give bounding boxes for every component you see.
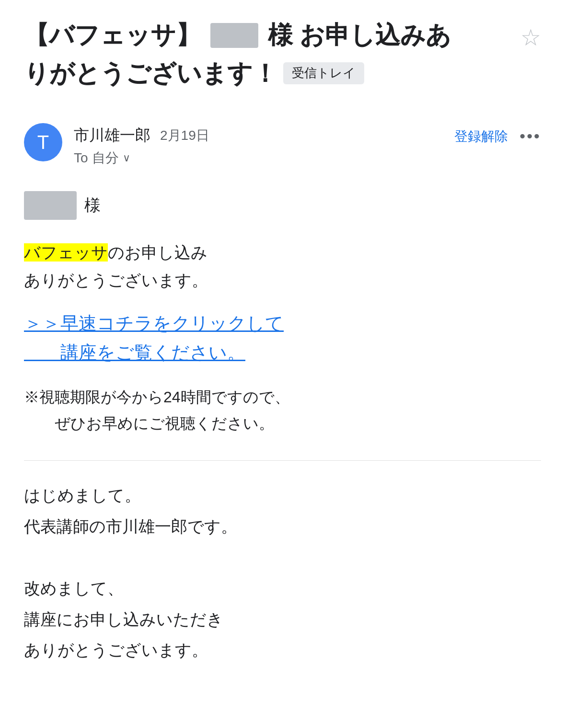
cta-line1: ＞＞早速コチラをクリックして — [24, 313, 284, 333]
subject-text-part3: りがとうございます！ — [24, 57, 277, 90]
avatar: T — [24, 123, 62, 161]
subject-block: 【バフェッサ】様 お申し込みあ りがとうございます！ 受信トレイ — [24, 19, 520, 90]
body-para1-line2: ありがとうございます。 — [24, 271, 208, 289]
recipient-name-redacted — [24, 191, 77, 220]
cta-link[interactable]: ＞＞早速コチラをクリックして 講座をご覧ください。 — [24, 309, 541, 367]
notice-content: ※視聴期限が今から24時間ですので、 ぜひお早めにご視聴ください。 — [24, 388, 290, 432]
inbox-badge[interactable]: 受信トレイ — [283, 62, 364, 84]
more-options-icon[interactable]: ••• — [519, 127, 541, 146]
highlighted-text: バフェッサ — [24, 243, 108, 262]
notice-text: ※視聴期限が今から24時間ですので、 ぜひお早めにご視聴ください。 — [24, 384, 541, 436]
recipient-block: 様 — [24, 191, 541, 220]
subject-text-part2: 様 お申し込みあ — [268, 19, 451, 52]
sender-left: T 市川雄一郎 2月19日 To 自分 ∨ — [24, 123, 209, 167]
to-label: To — [74, 150, 88, 166]
sender-name-date: 市川雄一郎 2月19日 — [74, 125, 209, 146]
intro-section: はじめまして。 代表講師の市川雄一郎です。 改めまして、 講座にお申し込みいただ… — [24, 480, 541, 666]
to-line: To 自分 ∨ — [74, 149, 209, 167]
recipient-sama: 様 — [84, 194, 101, 216]
intro-line2: 代表講師の市川雄一郎です。 — [24, 517, 237, 535]
body-para1: バフェッサのお申し込み ありがとうございます。 — [24, 239, 541, 295]
divider — [24, 460, 541, 461]
intro-line6: ありがとうございます。 — [24, 641, 208, 659]
star-icon[interactable]: ☆ — [520, 19, 541, 51]
body-para1-rest: のお申し込み — [108, 243, 208, 262]
to-recipient: 自分 — [92, 149, 119, 167]
sender-date: 2月19日 — [160, 126, 209, 145]
sender-info: 市川雄一郎 2月19日 To 自分 ∨ — [74, 123, 209, 167]
subject-title: 【バフェッサ】様 お申し込みあ りがとうございます！ 受信トレイ — [24, 19, 506, 90]
sender-row: T 市川雄一郎 2月19日 To 自分 ∨ 登録解除 ••• — [24, 114, 541, 167]
intro-line5: 講座にお申し込みいただき — [24, 610, 223, 628]
cta-line2: 講座をご覧ください。 — [24, 342, 245, 363]
sender-name: 市川雄一郎 — [74, 125, 150, 146]
sender-actions: 登録解除 ••• — [454, 123, 541, 146]
subject-text-part1: 【バフェッサ】 — [24, 19, 201, 52]
email-body: 様 バフェッサのお申し込み ありがとうございます。 ＞＞早速コチラをクリックして… — [24, 191, 541, 666]
intro-line1: はじめまして。 — [24, 486, 141, 504]
unsubscribe-link[interactable]: 登録解除 — [454, 127, 508, 146]
subject-redacted-block — [210, 23, 258, 48]
chevron-down-icon[interactable]: ∨ — [123, 152, 130, 164]
subject-area: 【バフェッサ】様 お申し込みあ りがとうございます！ 受信トレイ ☆ — [24, 19, 541, 94]
intro-line4: 改めまして、 — [24, 579, 124, 597]
